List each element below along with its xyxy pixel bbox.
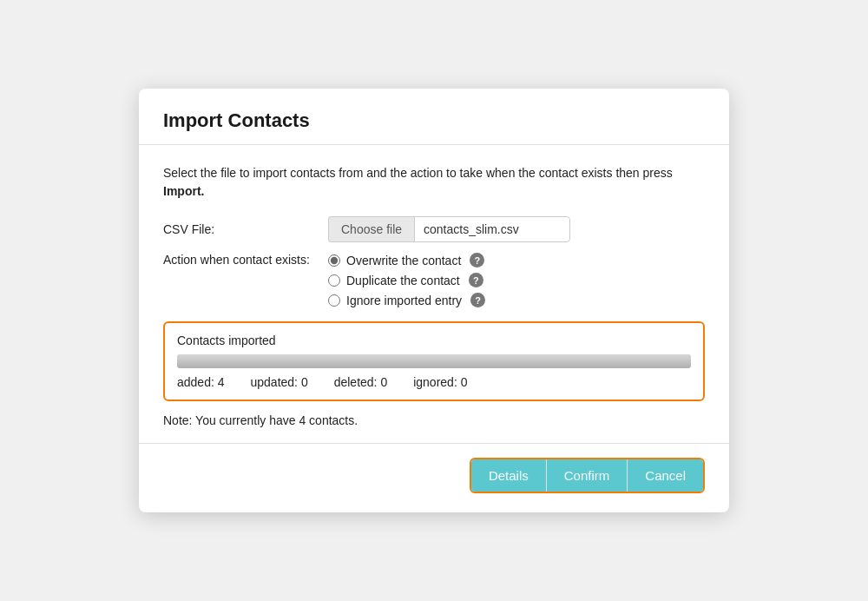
stat-ignored: ignored: 0 (413, 375, 467, 389)
dialog-footer: Details Confirm Cancel (139, 443, 729, 512)
dialog-title: Import Contacts (163, 109, 705, 132)
instruction-text: Select the file to import contacts from … (163, 164, 705, 201)
radio-duplicate-label: Duplicate the contact (346, 274, 460, 287)
import-result-box: Contacts imported added: 4 updated: 0 de… (163, 321, 705, 401)
radio-overwrite[interactable]: Overwrite the contact ? (328, 253, 485, 267)
duplicate-help-icon: ? (469, 273, 483, 287)
radio-duplicate[interactable]: Duplicate the contact ? (328, 273, 485, 287)
stat-deleted: deleted: 0 (334, 375, 388, 389)
radio-group: Overwrite the contact ? Duplicate the co… (328, 253, 485, 307)
radio-ignore-label: Ignore imported entry (346, 294, 462, 307)
action-row: Action when contact exists: Overwrite th… (163, 253, 705, 307)
import-stats: added: 4 updated: 0 deleted: 0 ignored: … (177, 375, 691, 389)
details-button[interactable]: Details (471, 459, 547, 492)
choose-file-button[interactable]: Choose file (328, 216, 414, 242)
confirm-button[interactable]: Confirm (547, 459, 628, 492)
cancel-button[interactable]: Cancel (628, 459, 703, 492)
csv-file-label: CSV File: (163, 222, 328, 236)
overwrite-help-icon: ? (470, 253, 484, 267)
progress-bar-container (177, 354, 691, 368)
dialog-body: Select the file to import contacts from … (139, 145, 729, 443)
file-input-group: Choose file contacts_slim.csv (328, 216, 570, 242)
file-name-display: contacts_slim.csv (414, 216, 570, 242)
radio-duplicate-input[interactable] (328, 274, 340, 287)
action-label: Action when contact exists: (163, 253, 328, 267)
csv-file-row: CSV File: Choose file contacts_slim.csv (163, 216, 705, 242)
progress-bar-fill (177, 354, 691, 368)
stat-updated: updated: 0 (251, 375, 308, 389)
note-text: Note: You currently have 4 contacts. (163, 413, 705, 443)
radio-overwrite-input[interactable] (328, 254, 340, 267)
footer-buttons: Details Confirm Cancel (470, 458, 705, 493)
radio-ignore-input[interactable] (328, 294, 340, 307)
radio-ignore[interactable]: Ignore imported entry ? (328, 293, 485, 307)
radio-overwrite-label: Overwrite the contact (346, 254, 461, 267)
dialog-header: Import Contacts (139, 89, 729, 145)
ignore-help-icon: ? (470, 293, 485, 307)
import-result-title: Contacts imported (177, 334, 691, 347)
stat-added: added: 4 (177, 375, 225, 389)
import-contacts-dialog: Import Contacts Select the file to impor… (139, 89, 729, 512)
